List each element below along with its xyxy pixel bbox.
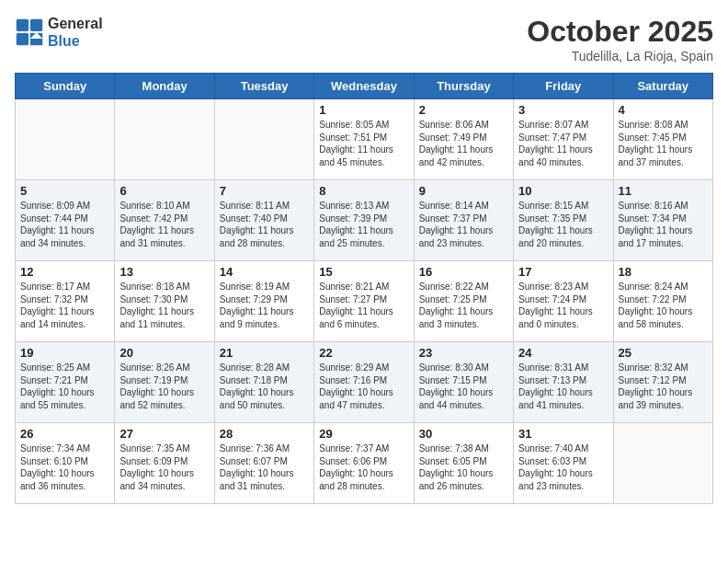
title-block: October 2025 Tudelilla, La Rioja, Spain bbox=[527, 15, 713, 63]
cell-daylight-info: Sunrise: 7:38 AM Sunset: 6:05 PM Dayligh… bbox=[419, 442, 508, 492]
cell-daylight-info: Sunrise: 8:09 AM Sunset: 7:44 PM Dayligh… bbox=[20, 200, 109, 249]
cell-daylight-info: Sunrise: 8:16 AM Sunset: 7:34 PM Dayligh… bbox=[619, 200, 708, 249]
date-number: 18 bbox=[619, 265, 708, 279]
cell-daylight-info: Sunrise: 8:06 AM Sunset: 7:49 PM Dayligh… bbox=[419, 119, 508, 168]
date-number: 16 bbox=[419, 265, 508, 279]
calendar-cell: 20Sunrise: 8:26 AM Sunset: 7:19 PM Dayli… bbox=[115, 342, 214, 423]
date-number: 8 bbox=[319, 184, 408, 198]
date-number: 14 bbox=[220, 265, 309, 279]
svg-rect-1 bbox=[30, 19, 42, 31]
calendar-cell: 1Sunrise: 8:05 AM Sunset: 7:51 PM Daylig… bbox=[314, 99, 414, 180]
cell-daylight-info: Sunrise: 8:24 AM Sunset: 7:22 PM Dayligh… bbox=[619, 281, 708, 330]
date-number: 13 bbox=[119, 265, 209, 279]
calendar-cell: 21Sunrise: 8:28 AM Sunset: 7:18 PM Dayli… bbox=[214, 342, 313, 423]
cell-daylight-info: Sunrise: 8:23 AM Sunset: 7:24 PM Dayligh… bbox=[518, 281, 608, 330]
calendar-cell: 16Sunrise: 8:22 AM Sunset: 7:25 PM Dayli… bbox=[414, 261, 513, 342]
cell-daylight-info: Sunrise: 8:17 AM Sunset: 7:32 PM Dayligh… bbox=[20, 281, 109, 330]
calendar-cell: 19Sunrise: 8:25 AM Sunset: 7:21 PM Dayli… bbox=[16, 342, 115, 423]
cell-daylight-info: Sunrise: 8:22 AM Sunset: 7:25 PM Dayligh… bbox=[419, 281, 508, 330]
calendar-cell: 27Sunrise: 7:35 AM Sunset: 6:09 PM Dayli… bbox=[115, 423, 214, 504]
calendar-cell: 24Sunrise: 8:31 AM Sunset: 7:13 PM Dayli… bbox=[514, 342, 613, 423]
date-number: 26 bbox=[20, 427, 109, 441]
date-number: 25 bbox=[619, 346, 708, 360]
calendar-cell bbox=[16, 99, 115, 180]
cell-daylight-info: Sunrise: 8:28 AM Sunset: 7:18 PM Dayligh… bbox=[220, 362, 309, 411]
day-header-monday: Monday bbox=[115, 74, 214, 99]
date-number: 24 bbox=[518, 346, 608, 360]
day-header-row: SundayMondayTuesdayWednesdayThursdayFrid… bbox=[16, 74, 713, 99]
day-header-wednesday: Wednesday bbox=[314, 74, 414, 99]
cell-daylight-info: Sunrise: 8:14 AM Sunset: 7:37 PM Dayligh… bbox=[419, 200, 508, 249]
calendar-cell: 13Sunrise: 8:18 AM Sunset: 7:30 PM Dayli… bbox=[115, 261, 214, 342]
calendar-cell: 15Sunrise: 8:21 AM Sunset: 7:27 PM Dayli… bbox=[314, 261, 414, 342]
page-header: General Blue October 2025 Tudelilla, La … bbox=[15, 15, 713, 63]
date-number: 19 bbox=[20, 346, 109, 360]
calendar-cell: 5Sunrise: 8:09 AM Sunset: 7:44 PM Daylig… bbox=[16, 180, 115, 261]
svg-rect-0 bbox=[17, 19, 28, 31]
date-number: 17 bbox=[518, 265, 608, 279]
cell-daylight-info: Sunrise: 8:19 AM Sunset: 7:29 PM Dayligh… bbox=[220, 281, 309, 330]
cell-daylight-info: Sunrise: 7:37 AM Sunset: 6:06 PM Dayligh… bbox=[319, 442, 408, 492]
date-number: 28 bbox=[220, 427, 309, 441]
month-year-title: October 2025 bbox=[527, 15, 713, 49]
calendar-cell: 26Sunrise: 7:34 AM Sunset: 6:10 PM Dayli… bbox=[16, 423, 115, 504]
logo-text-general: General bbox=[48, 15, 103, 32]
svg-rect-2 bbox=[17, 33, 28, 45]
calendar-cell bbox=[214, 99, 313, 180]
cell-daylight-info: Sunrise: 7:34 AM Sunset: 6:10 PM Dayligh… bbox=[20, 442, 109, 492]
calendar-week-row: 12Sunrise: 8:17 AM Sunset: 7:32 PM Dayli… bbox=[16, 261, 713, 342]
date-number: 12 bbox=[20, 265, 109, 279]
calendar-cell: 30Sunrise: 7:38 AM Sunset: 6:05 PM Dayli… bbox=[414, 423, 513, 504]
cell-daylight-info: Sunrise: 7:35 AM Sunset: 6:09 PM Dayligh… bbox=[119, 442, 209, 492]
date-number: 4 bbox=[619, 103, 708, 117]
day-header-thursday: Thursday bbox=[414, 74, 513, 99]
date-number: 27 bbox=[119, 427, 209, 441]
calendar-cell: 7Sunrise: 8:11 AM Sunset: 7:40 PM Daylig… bbox=[214, 180, 313, 261]
date-number: 31 bbox=[518, 427, 608, 441]
calendar-cell: 9Sunrise: 8:14 AM Sunset: 7:37 PM Daylig… bbox=[414, 180, 513, 261]
calendar-cell: 4Sunrise: 8:08 AM Sunset: 7:45 PM Daylig… bbox=[613, 99, 712, 180]
cell-daylight-info: Sunrise: 8:13 AM Sunset: 7:39 PM Dayligh… bbox=[319, 200, 408, 249]
calendar-cell: 11Sunrise: 8:16 AM Sunset: 7:34 PM Dayli… bbox=[613, 180, 712, 261]
cell-daylight-info: Sunrise: 8:21 AM Sunset: 7:27 PM Dayligh… bbox=[319, 281, 408, 330]
cell-daylight-info: Sunrise: 7:40 AM Sunset: 6:03 PM Dayligh… bbox=[518, 442, 608, 492]
calendar-cell: 17Sunrise: 8:23 AM Sunset: 7:24 PM Dayli… bbox=[514, 261, 613, 342]
location-subtitle: Tudelilla, La Rioja, Spain bbox=[527, 49, 713, 63]
day-header-tuesday: Tuesday bbox=[214, 74, 313, 99]
cell-daylight-info: Sunrise: 8:26 AM Sunset: 7:19 PM Dayligh… bbox=[119, 362, 209, 411]
calendar-week-row: 1Sunrise: 8:05 AM Sunset: 7:51 PM Daylig… bbox=[16, 99, 713, 180]
date-number: 11 bbox=[619, 184, 708, 198]
calendar-cell: 22Sunrise: 8:29 AM Sunset: 7:16 PM Dayli… bbox=[314, 342, 414, 423]
logo: General Blue bbox=[15, 15, 103, 50]
cell-daylight-info: Sunrise: 8:29 AM Sunset: 7:16 PM Dayligh… bbox=[319, 362, 408, 411]
calendar-cell bbox=[613, 423, 712, 504]
cell-daylight-info: Sunrise: 8:25 AM Sunset: 7:21 PM Dayligh… bbox=[20, 362, 109, 411]
logo-text-blue: Blue bbox=[48, 32, 103, 50]
cell-daylight-info: Sunrise: 7:36 AM Sunset: 6:07 PM Dayligh… bbox=[220, 442, 309, 492]
date-number: 3 bbox=[518, 103, 608, 117]
cell-daylight-info: Sunrise: 8:30 AM Sunset: 7:15 PM Dayligh… bbox=[419, 362, 508, 411]
date-number: 2 bbox=[419, 103, 508, 117]
calendar-cell: 25Sunrise: 8:32 AM Sunset: 7:12 PM Dayli… bbox=[613, 342, 712, 423]
calendar-cell: 18Sunrise: 8:24 AM Sunset: 7:22 PM Dayli… bbox=[613, 261, 712, 342]
cell-daylight-info: Sunrise: 8:32 AM Sunset: 7:12 PM Dayligh… bbox=[619, 362, 708, 411]
calendar-cell bbox=[115, 99, 214, 180]
day-header-friday: Friday bbox=[514, 74, 613, 99]
calendar-week-row: 19Sunrise: 8:25 AM Sunset: 7:21 PM Dayli… bbox=[16, 342, 713, 423]
cell-daylight-info: Sunrise: 8:05 AM Sunset: 7:51 PM Dayligh… bbox=[319, 119, 408, 168]
date-number: 21 bbox=[220, 346, 309, 360]
date-number: 1 bbox=[319, 103, 408, 117]
cell-daylight-info: Sunrise: 8:08 AM Sunset: 7:45 PM Dayligh… bbox=[619, 119, 708, 168]
calendar-cell: 23Sunrise: 8:30 AM Sunset: 7:15 PM Dayli… bbox=[414, 342, 513, 423]
calendar-cell: 3Sunrise: 8:07 AM Sunset: 7:47 PM Daylig… bbox=[514, 99, 613, 180]
calendar-week-row: 5Sunrise: 8:09 AM Sunset: 7:44 PM Daylig… bbox=[16, 180, 713, 261]
cell-daylight-info: Sunrise: 8:07 AM Sunset: 7:47 PM Dayligh… bbox=[518, 119, 608, 168]
calendar-cell: 12Sunrise: 8:17 AM Sunset: 7:32 PM Dayli… bbox=[16, 261, 115, 342]
calendar-cell: 10Sunrise: 8:15 AM Sunset: 7:35 PM Dayli… bbox=[514, 180, 613, 261]
day-header-sunday: Sunday bbox=[16, 74, 115, 99]
calendar-cell: 2Sunrise: 8:06 AM Sunset: 7:49 PM Daylig… bbox=[414, 99, 513, 180]
date-number: 10 bbox=[518, 184, 608, 198]
calendar-cell: 14Sunrise: 8:19 AM Sunset: 7:29 PM Dayli… bbox=[214, 261, 313, 342]
logo-icon bbox=[15, 17, 44, 47]
calendar-cell: 8Sunrise: 8:13 AM Sunset: 7:39 PM Daylig… bbox=[314, 180, 414, 261]
